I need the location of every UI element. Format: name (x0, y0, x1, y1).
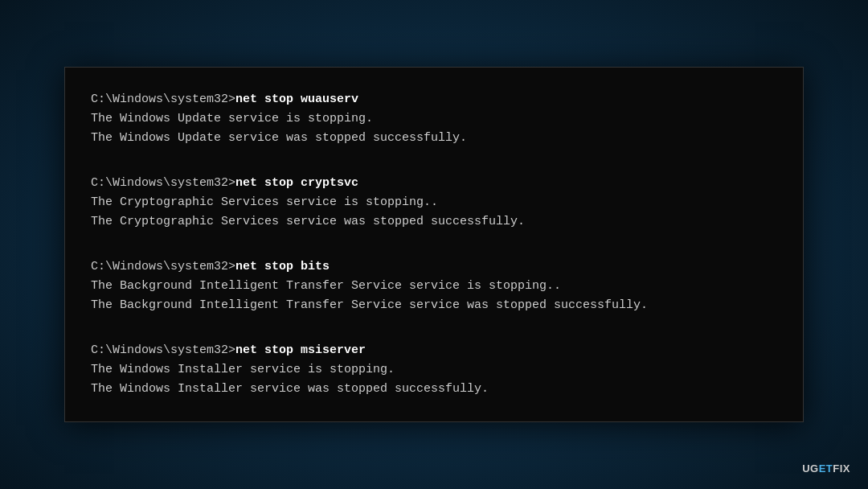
command-text-2: net stop cryptsvc (235, 176, 358, 190)
output-4-1: The Windows Installer service is stoppin… (91, 360, 777, 380)
output-2-1: The Cryptographic Services service is st… (91, 193, 777, 212)
prompt-2: C:\Windows\system32> (91, 176, 235, 190)
output-1-2: The Windows Update service was stopped s… (91, 129, 777, 148)
command-block-1: C:\Windows\system32>net stop wuauserv Th… (91, 90, 777, 148)
output-3-2: The Background Intelligent Transfer Serv… (91, 296, 777, 315)
output-3-1: The Background Intelligent Transfer Serv… (91, 277, 777, 296)
command-line-3: C:\Windows\system32>net stop bits (91, 257, 777, 277)
command-block-3: C:\Windows\system32>net stop bits The Ba… (91, 257, 777, 315)
command-block-4: C:\Windows\system32>net stop msiserver T… (91, 341, 777, 399)
command-text-4: net stop msiserver (235, 343, 366, 357)
output-2-2: The Cryptographic Services service was s… (91, 212, 777, 232)
watermark-highlight: ET (819, 462, 833, 475)
prompt-4: C:\Windows\system32> (91, 343, 235, 357)
command-text-1: net stop wuauserv (235, 92, 358, 106)
terminal-window: C:\Windows\system32>net stop wuauserv Th… (64, 67, 804, 422)
command-line-2: C:\Windows\system32>net stop cryptsvc (91, 174, 777, 193)
spacer-2 (91, 246, 777, 257)
spacer-3 (91, 330, 777, 341)
command-line-4: C:\Windows\system32>net stop msiserver (91, 341, 777, 360)
command-line-1: C:\Windows\system32>net stop wuauserv (91, 90, 777, 109)
prompt-1: C:\Windows\system32> (91, 92, 235, 106)
output-4-2: The Windows Installer service was stoppe… (91, 380, 777, 399)
spacer-1 (91, 162, 777, 174)
watermark: UGETFIX (802, 462, 850, 475)
output-1-1: The Windows Update service is stopping. (91, 109, 777, 129)
prompt-3: C:\Windows\system32> (91, 260, 235, 273)
command-text-3: net stop bits (235, 260, 330, 273)
command-block-2: C:\Windows\system32>net stop cryptsvc Th… (91, 174, 777, 232)
